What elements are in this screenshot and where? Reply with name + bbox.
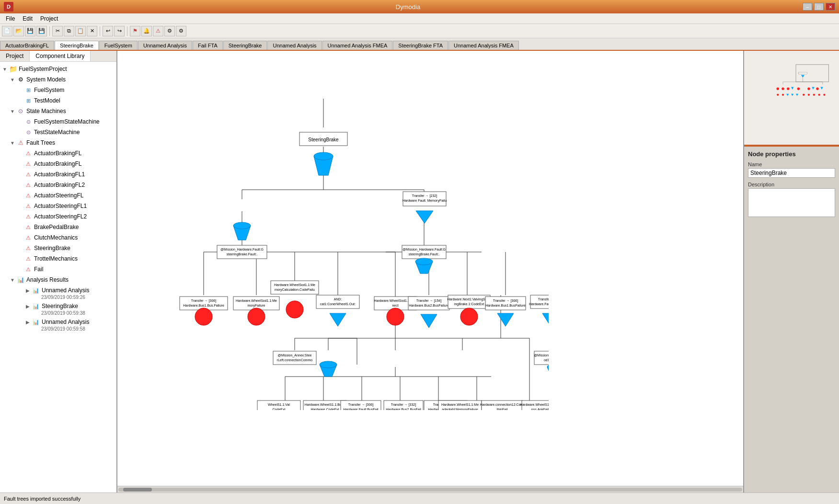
minimize-button[interactable]: –	[803, 3, 812, 11]
tree-fuelsystem-sm[interactable]: ⊙ FuelSystemStateMachine	[0, 116, 116, 127]
tree-toggle-ft11[interactable]	[16, 256, 24, 262]
tree-toggle-ar3[interactable]: ▶	[24, 320, 32, 325]
tree-ar3-date: 23/09/2019 00:59:58	[24, 326, 85, 332]
tree-ft-1[interactable]: ⚠ ActuatorBrakingFL	[0, 148, 116, 159]
tree-toggle-ft9[interactable]	[16, 235, 24, 241]
toolbar-redo[interactable]: ↪	[114, 26, 125, 36]
tree-toggle-ar2[interactable]: ▶	[24, 304, 32, 309]
tree-toggle-statemachines[interactable]: ▼	[9, 109, 16, 114]
tree-fuelsystem[interactable]: ⊞ FuelSystem	[0, 85, 116, 95]
ar1-icon: 📊	[32, 286, 40, 295]
menu-edit[interactable]: Edit	[19, 14, 36, 23]
menu-file[interactable]: File	[2, 14, 19, 23]
tree-toggle-ft3[interactable]	[16, 172, 24, 177]
tree-root[interactable]: ▼ 📁 FuelSystemProject	[0, 64, 116, 74]
tree-toggle-ar[interactable]: ▼	[9, 277, 16, 283]
tab-fuelsystem[interactable]: FuelSystem	[99, 41, 138, 50]
toolbar-new[interactable]: 📄	[2, 26, 12, 36]
tree-ft-11[interactable]: ⚠ TrottelMechanics	[0, 253, 116, 264]
tree-testmodel[interactable]: ⊞ TestModel	[0, 95, 116, 106]
panel-tab-component-library[interactable]: Component Library	[30, 51, 91, 61]
tree-toggle-ft4[interactable]	[16, 183, 24, 188]
tree-system-models[interactable]: ▼ ⚙ System Models	[0, 74, 116, 85]
tree-toggle-ft[interactable]: ▼	[9, 140, 16, 146]
tree-toggle-ft12[interactable]	[16, 267, 24, 272]
tree-ft-10[interactable]: ⚠ SteeringBrake	[0, 243, 116, 253]
tree-toggle-tm[interactable]	[16, 98, 24, 103]
toolbar-saveall[interactable]: 💾	[36, 26, 47, 36]
tree-toggle-ft1[interactable]	[16, 151, 24, 156]
description-label: Description	[748, 182, 835, 187]
tree-ft-8[interactable]: ⚠ BrakePedalBrake	[0, 222, 116, 232]
toolbar-settings[interactable]: ⚙	[176, 26, 186, 36]
tree-fault-trees[interactable]: ▼ ⚠ Fault Trees	[0, 137, 116, 148]
toolbar-flag[interactable]: ⚑	[130, 26, 140, 36]
tree-ft11-label: TrottelMechanics	[34, 255, 78, 262]
tab-fail-fta[interactable]: Fail FTA	[193, 41, 223, 50]
tab-unnamed-analysis-2[interactable]: Unnamed Analysis	[267, 41, 322, 50]
toolbar-copy[interactable]: ⧉	[64, 26, 74, 36]
tab-unnamed-analysis-fmea-2[interactable]: Unnamed Analysis FMEA	[448, 41, 519, 50]
tree-toggle-ft7[interactable]	[16, 214, 24, 219]
window-controls: – □ ✕	[803, 3, 835, 11]
name-input[interactable]	[748, 168, 835, 178]
tree-toggle-tsm[interactable]	[16, 130, 24, 135]
toolbar-paste[interactable]: 📋	[75, 26, 86, 36]
tree-toggle-ft6[interactable]	[16, 204, 24, 209]
panel-tab-project[interactable]: Project	[0, 51, 30, 61]
tree-state-machines[interactable]: ▼ ⊙ State Machines	[0, 106, 116, 116]
close-button[interactable]: ✕	[826, 3, 835, 11]
tree-toggle-root[interactable]: ▼	[1, 67, 9, 72]
tree-test-sm[interactable]: ⊙ TestStateMachine	[0, 127, 116, 137]
tree-ft-5[interactable]: ⚠ ActuatorSteeringFL	[0, 190, 116, 201]
tree-ft-4[interactable]: ⚠ ActuatorBrakingFL2	[0, 180, 116, 190]
svg-text:Transfer → [232]: Transfer → [232]	[412, 194, 437, 198]
toolbar-alert[interactable]: ⚠	[153, 26, 163, 36]
menu-project[interactable]: Project	[36, 14, 62, 23]
tree-ft-7[interactable]: ⚠ ActuatorSteeringFL2	[0, 211, 116, 222]
h-scrollbar[interactable]	[117, 486, 743, 493]
toolbar-sep-1	[49, 26, 50, 36]
ft2-icon: ⚠	[24, 160, 33, 168]
tree-ft6-label: ActuatorSteeringFL1	[34, 203, 87, 209]
tab-unnamed-analysis-fmea-1[interactable]: Unnamed Analysis FMEA	[322, 41, 393, 50]
tree-analysis-results[interactable]: ▼ 📊 Analysis Results	[0, 275, 116, 285]
tree-toggle-ft2[interactable]	[16, 161, 24, 167]
tree-ar-3[interactable]: ▶ 📊 Unnamed Analysis 23/09/2019 00:59:58	[0, 317, 116, 332]
h-scrollbar-thumb[interactable]	[123, 488, 152, 492]
tab-steeringbrake[interactable]: SteeringBrake	[55, 41, 99, 51]
svg-text:moryFailure: moryFailure	[248, 304, 265, 308]
tree-toggle-ft10[interactable]	[16, 246, 24, 251]
tree-ft-9[interactable]: ⚠ ClutchMechanics	[0, 232, 116, 243]
tab-actuatorbrakingfl[interactable]: ActuatorBrakingFL	[0, 41, 54, 50]
canvas-area[interactable]: SteeringBrake Transfer → [232] Hardware …	[117, 51, 743, 486]
tab-steeringbrake-2[interactable]: SteeringBrake	[223, 41, 267, 50]
tree-toggle-sm[interactable]: ▼	[9, 77, 16, 82]
description-textarea[interactable]	[748, 188, 835, 217]
canvas-scroll[interactable]: SteeringBrake Transfer → [232] Hardware …	[117, 51, 743, 486]
tree-ar-2[interactable]: ▶ 📊 SteeringBrake 23/09/2019 00:59:38	[0, 301, 116, 317]
tree-container[interactable]: ▼ 📁 FuelSystemProject ▼ ⚙ System Models …	[0, 62, 116, 493]
tree-toggle-fs[interactable]	[16, 88, 24, 93]
tab-unnamed-analysis-1[interactable]: Unnamed Analysis	[138, 41, 192, 50]
toolbar-save[interactable]: 💾	[25, 26, 35, 36]
maximize-button[interactable]: □	[814, 3, 824, 11]
tree-toggle-ar1[interactable]: ▶	[24, 288, 32, 293]
tree-ft-6[interactable]: ⚠ ActuatorSteeringFL1	[0, 201, 116, 211]
toolbar-gear[interactable]: ⚙	[164, 26, 175, 36]
minimap-svg	[744, 51, 839, 145]
tree-ft-3[interactable]: ⚠ ActuatorBrakingFL1	[0, 169, 116, 180]
tab-steeringbrake-fta[interactable]: SteeringBrake FTA	[393, 41, 448, 50]
toolbar-cut[interactable]: ✂	[52, 26, 63, 36]
svg-text:@Mission_Annex:Stee: @Mission_Annex:Stee	[278, 354, 312, 357]
toolbar-bell[interactable]: 🔔	[141, 26, 152, 36]
toolbar-open[interactable]: 📂	[13, 26, 24, 36]
toolbar-delete[interactable]: ✕	[87, 26, 97, 36]
tree-toggle-ft5[interactable]	[16, 193, 24, 198]
tree-ft-12[interactable]: ⚠ Fail	[0, 264, 116, 275]
tree-ar-1[interactable]: ▶ 📊 Unnamed Analysis 23/09/2019 00:59:26	[0, 285, 116, 301]
toolbar-undo[interactable]: ↩	[103, 26, 113, 36]
tree-ft-2[interactable]: ⚠ ActuatorBrakingFL	[0, 159, 116, 169]
tree-toggle-ft8[interactable]	[16, 225, 24, 230]
tree-toggle-fssm[interactable]	[16, 119, 24, 125]
